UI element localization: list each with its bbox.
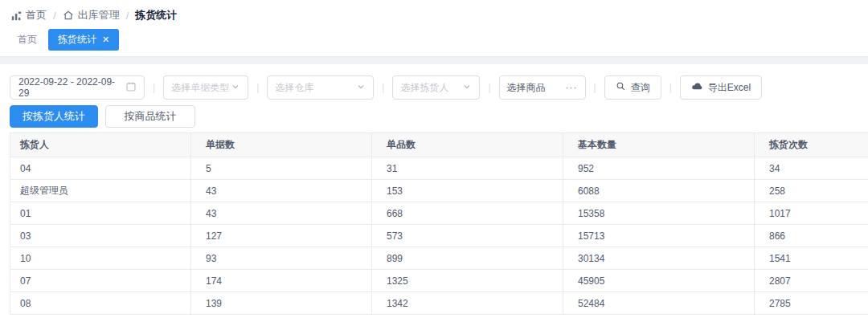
view-toggle: 按拣货人统计 按商品统计 <box>10 105 868 128</box>
filter-separator: | <box>669 82 672 93</box>
column-header: 单品数 <box>372 133 563 157</box>
table-cell: 04 <box>10 157 191 180</box>
filter-toolbar: 2022-09-22 - 2022-09-29 | 选择单据类型 | 选择仓库 … <box>10 75 868 100</box>
breadcrumb-item-label: 首页 <box>26 8 47 22</box>
page-background-strip <box>0 56 868 64</box>
table-cell: 15713 <box>563 225 755 247</box>
table-row: 超级管理员431536088258 <box>10 180 868 202</box>
table-cell: 127 <box>191 225 372 247</box>
select-placeholder: 选择单据类型 <box>171 81 229 95</box>
chevron-down-icon <box>462 82 472 94</box>
table-cell: 03 <box>10 225 191 247</box>
export-excel-label: 导出Excel <box>708 81 751 95</box>
stats-icon <box>11 10 22 21</box>
table-cell: 07 <box>10 270 191 292</box>
table-cell: 139 <box>191 292 372 315</box>
table-cell: 6088 <box>563 180 755 202</box>
select-warehouse[interactable]: 选择仓库 <box>267 75 374 100</box>
table-cell: 52484 <box>563 292 755 315</box>
table-cell: 668 <box>372 202 563 225</box>
query-button[interactable]: 查询 <box>604 75 661 100</box>
filter-separator: | <box>594 82 596 93</box>
filter-separator: | <box>153 82 155 93</box>
tab-picking-stats[interactable]: 拣货统计 ✕ <box>48 29 119 51</box>
date-range-value: 2022-09-22 - 2022-09-29 <box>18 76 125 99</box>
table-cell: 2807 <box>755 270 868 292</box>
date-range-input[interactable]: 2022-09-22 - 2022-09-29 <box>10 75 145 100</box>
table-cell: 34 <box>755 157 868 180</box>
table-cell: 573 <box>372 225 563 247</box>
table-cell: 31 <box>372 157 563 180</box>
table-cell: 93 <box>191 247 372 270</box>
table-cell: 10 <box>10 247 191 270</box>
table-cell: 2785 <box>755 292 868 315</box>
chevron-down-icon <box>356 82 366 94</box>
column-header: 单据数 <box>191 133 372 157</box>
breadcrumb: 首页 / 出库管理 / 拣货统计 <box>0 0 868 22</box>
column-header: 拣货次数 <box>755 133 868 157</box>
select-placeholder: 选择拣货人 <box>400 81 448 95</box>
breadcrumb-item-current: 拣货统计 <box>135 8 177 22</box>
table-cell: 43 <box>191 202 372 225</box>
table-cell: 01 <box>10 202 191 225</box>
table-cell: 174 <box>191 270 372 292</box>
table-cell: 258 <box>755 180 868 202</box>
column-header: 基本数量 <box>563 133 755 157</box>
filter-separator: | <box>382 82 384 93</box>
table-cell: 45905 <box>563 270 755 292</box>
cloud-download-icon <box>691 80 703 95</box>
table-row: 0453195234 <box>10 157 868 180</box>
toggle-by-picker-button[interactable]: 按拣货人统计 <box>10 105 98 128</box>
table-cell: 15358 <box>563 202 755 225</box>
ellipsis-icon: ··· <box>566 82 578 93</box>
select-order-type[interactable]: 选择单据类型 <box>163 75 248 100</box>
filter-separator: | <box>488 82 490 93</box>
filter-separator: | <box>256 82 259 93</box>
export-excel-button[interactable]: 导出Excel <box>680 75 762 100</box>
breadcrumb-item-outbound[interactable]: 出库管理 <box>63 8 120 22</box>
table-cell: 超级管理员 <box>10 180 191 202</box>
search-icon <box>616 81 626 94</box>
query-button-label: 查询 <box>631 81 650 95</box>
tab-bar: 首页 拣货统计 ✕ <box>0 30 868 50</box>
page-title: 拣货统计 <box>135 8 177 22</box>
table-row: 081391342524842785 <box>10 292 868 315</box>
calendar-icon <box>125 81 137 95</box>
table-cell: 866 <box>755 225 868 247</box>
table-cell: 1541 <box>755 247 868 270</box>
select-picker[interactable]: 选择拣货人 <box>392 75 480 100</box>
home-icon <box>63 10 74 21</box>
table-cell: 1342 <box>372 292 563 315</box>
table-cell: 899 <box>372 247 563 270</box>
table-header-row: 拣货人单据数单品数基本数量拣货次数 <box>10 133 868 157</box>
table-cell: 30134 <box>563 247 755 270</box>
table-cell: 153 <box>372 180 563 202</box>
table-row: 0312757315713866 <box>10 225 868 247</box>
breadcrumb-item-label: 出库管理 <box>78 8 120 22</box>
chevron-down-icon <box>231 82 240 94</box>
table-cell: 43 <box>191 180 372 202</box>
select-product[interactable]: 选择商品 ··· <box>499 75 586 100</box>
breadcrumb-separator: / <box>53 10 56 22</box>
breadcrumb-item-home[interactable]: 首页 <box>11 8 47 22</box>
table-cell: 1017 <box>755 202 868 225</box>
statistics-table-wrap: 拣货人单据数单品数基本数量拣货次数 0453195234超级管理员4315360… <box>10 132 868 315</box>
table-row: 0143668153581017 <box>10 202 868 225</box>
table-row: 071741325459052807 <box>10 270 868 292</box>
table-row: 1093899301341541 <box>10 247 868 270</box>
tab-label: 拣货统计 <box>58 33 96 47</box>
table-cell: 952 <box>563 157 755 180</box>
breadcrumb-separator: / <box>126 10 129 22</box>
select-placeholder: 选择商品 <box>507 81 546 95</box>
table-cell: 5 <box>191 157 372 180</box>
column-header: 拣货人 <box>10 133 191 157</box>
table-cell: 1325 <box>372 270 563 292</box>
table-cell: 08 <box>10 292 191 315</box>
statistics-table: 拣货人单据数单品数基本数量拣货次数 0453195234超级管理员4315360… <box>10 132 868 315</box>
close-icon[interactable]: ✕ <box>102 35 109 44</box>
toggle-by-product-button[interactable]: 按商品统计 <box>105 105 195 128</box>
tab-home[interactable]: 首页 <box>6 33 48 47</box>
content-panel: 2022-09-22 - 2022-09-29 | 选择单据类型 | 选择仓库 … <box>0 64 868 315</box>
select-placeholder: 选择仓库 <box>275 81 313 95</box>
